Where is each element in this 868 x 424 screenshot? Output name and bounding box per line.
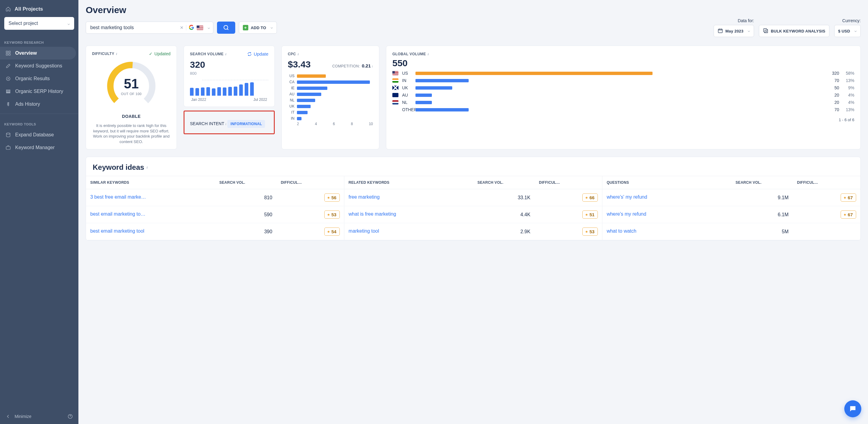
info-icon[interactable]: i xyxy=(372,64,373,68)
vol-cell: 9.1M xyxy=(731,189,793,206)
keyword-link[interactable]: what to watch xyxy=(607,228,637,234)
keyword-link[interactable]: where's my refund xyxy=(607,211,646,217)
table-row: best email marketing tool 390 54 marketi… xyxy=(86,223,860,240)
clear-icon[interactable]: ✕ xyxy=(180,25,184,30)
difficulty-title: DIFFICULTY xyxy=(92,52,114,56)
sidebar-item-organic-results[interactable]: Organic Results xyxy=(0,72,79,85)
difficulty-desc: It is entirely possible to rank high for… xyxy=(92,123,170,144)
sidebar-item-overview[interactable]: Overview xyxy=(0,47,76,60)
country-code: IN xyxy=(402,78,412,83)
col-diff[interactable]: DIFFICUL… xyxy=(277,176,344,189)
date-picker[interactable]: May 2023 xyxy=(714,25,754,37)
difficulty-verdict: DOABLE xyxy=(122,114,141,119)
competition-label: COMPETITION: xyxy=(332,64,360,68)
sidebar-item-suggestions[interactable]: Keyword Suggestions xyxy=(0,60,79,72)
difficulty-of: OUT OF 100 xyxy=(121,92,142,96)
info-icon[interactable]: i xyxy=(116,52,117,56)
add-to-button[interactable]: ＋ ADD TO xyxy=(239,22,277,34)
gv-n: 20 xyxy=(827,100,839,105)
volume-bar xyxy=(239,85,243,96)
volume-intent-col: SEARCH VOLUME i Update 320 800 Jan 2022 … xyxy=(184,45,275,150)
col-questions[interactable]: QUESTIONS xyxy=(602,176,732,189)
sidebar-item-label: Ads History xyxy=(15,101,40,107)
vol-cell: 33.1K xyxy=(473,189,535,206)
flag-us-icon[interactable] xyxy=(197,26,203,30)
keyword-link[interactable]: free marketing xyxy=(349,194,380,200)
info-icon[interactable]: i xyxy=(225,52,226,56)
col-vol[interactable]: SEARCH VOL. xyxy=(473,176,535,189)
search-volume-card: SEARCH VOLUME i Update 320 800 Jan 2022 … xyxy=(184,45,275,107)
gv-n: 70 xyxy=(827,107,839,112)
gv-n: 50 xyxy=(827,85,839,90)
currency-select[interactable]: $ USD xyxy=(834,25,861,37)
intent-title: SEARCH INTENT xyxy=(190,121,224,126)
country-code: US xyxy=(288,74,294,78)
country-code: UK xyxy=(402,85,412,90)
chevron-down-icon[interactable] xyxy=(207,26,210,29)
sidebar-item-ads-history[interactable]: Ads History xyxy=(0,98,79,110)
cpc-bar xyxy=(297,87,327,90)
search-button[interactable] xyxy=(217,22,235,34)
database-icon xyxy=(5,132,11,138)
keyword-link[interactable]: best email marketing to… xyxy=(90,211,145,217)
volume-bar xyxy=(250,82,254,96)
gv-bar xyxy=(415,108,469,111)
keyword-search-input[interactable] xyxy=(90,25,178,30)
country-code: IE xyxy=(288,86,294,90)
global-row: US32058% xyxy=(392,71,854,76)
country-code: IT xyxy=(288,110,294,115)
minimize-button[interactable]: Minimize xyxy=(5,414,31,419)
sidebar-item-expand-db[interactable]: Expand Database xyxy=(0,128,79,141)
col-diff[interactable]: DIFFICUL… xyxy=(535,176,602,189)
bulk-analysis-button[interactable]: BULK KEYWORD ANALYSIS xyxy=(759,25,829,37)
volume-bar xyxy=(190,88,194,96)
gv-n: 70 xyxy=(827,78,839,83)
sidebar-item-serp-history[interactable]: Organic SERP History xyxy=(0,85,79,98)
svg-point-5 xyxy=(8,78,9,79)
gv-pct: 4% xyxy=(842,93,854,97)
col-diff[interactable]: DIFFICUL… xyxy=(793,176,861,189)
col-similar[interactable]: SIMILAR KEYWORDS xyxy=(86,176,215,189)
project-select[interactable]: Select project xyxy=(4,17,74,30)
keyword-link[interactable]: where's' my refund xyxy=(607,194,647,200)
difficulty-badge: 53 xyxy=(324,210,340,219)
cpc-row: CA xyxy=(288,80,373,84)
updated-status: ✓Updated xyxy=(149,51,170,56)
keyword-link[interactable]: best email marketing tool xyxy=(90,228,144,234)
minimize-label: Minimize xyxy=(14,414,31,419)
keyword-link[interactable]: marketing tool xyxy=(349,228,379,234)
gv-pct: 13% xyxy=(842,78,854,83)
chat-fab[interactable] xyxy=(844,400,861,417)
toolbar: ✕ ＋ ADD TO Data for: xyxy=(86,18,861,37)
flag-icon xyxy=(392,86,398,90)
global-row: IN7013% xyxy=(392,78,854,83)
volume-bar xyxy=(206,87,210,96)
gv-bar xyxy=(415,79,469,82)
ideas-table: SIMILAR KEYWORDS SEARCH VOL. DIFFICUL… R… xyxy=(86,176,860,240)
col-related[interactable]: RELATED KEYWORDS xyxy=(344,176,473,189)
info-icon[interactable]: i xyxy=(225,122,226,126)
info-icon[interactable]: i xyxy=(147,166,147,169)
gv-pct: 58% xyxy=(842,71,854,76)
keyword-link[interactable]: 3 best free email marke… xyxy=(90,194,146,200)
google-icon[interactable] xyxy=(189,25,194,31)
info-icon[interactable]: i xyxy=(298,52,299,56)
bulk-label: BULK KEYWORD ANALYSIS xyxy=(771,29,825,33)
main: Overview ✕ ＋ ADD TO xyxy=(79,0,868,424)
keyword-link[interactable]: what is free marketing xyxy=(349,211,396,217)
col-vol[interactable]: SEARCH VOL. xyxy=(731,176,793,189)
col-vol[interactable]: SEARCH VOL. xyxy=(215,176,277,189)
table-row: 3 best free email marke… 810 56 free mar… xyxy=(86,189,860,206)
global-row: UK509% xyxy=(392,85,854,90)
country-code: OTHER xyxy=(402,107,412,112)
divider xyxy=(186,25,186,30)
bulk-icon xyxy=(763,28,768,34)
help-icon[interactable] xyxy=(67,414,73,419)
pencil-icon xyxy=(5,63,11,69)
update-button[interactable]: Update xyxy=(247,51,268,57)
sidebar-item-keyword-manager[interactable]: Keyword Manager xyxy=(0,141,79,154)
country-code: CA xyxy=(288,80,294,84)
plus-icon: ＋ xyxy=(243,25,248,30)
info-icon[interactable]: i xyxy=(428,52,429,56)
all-projects-link[interactable]: All Projects xyxy=(0,4,79,17)
